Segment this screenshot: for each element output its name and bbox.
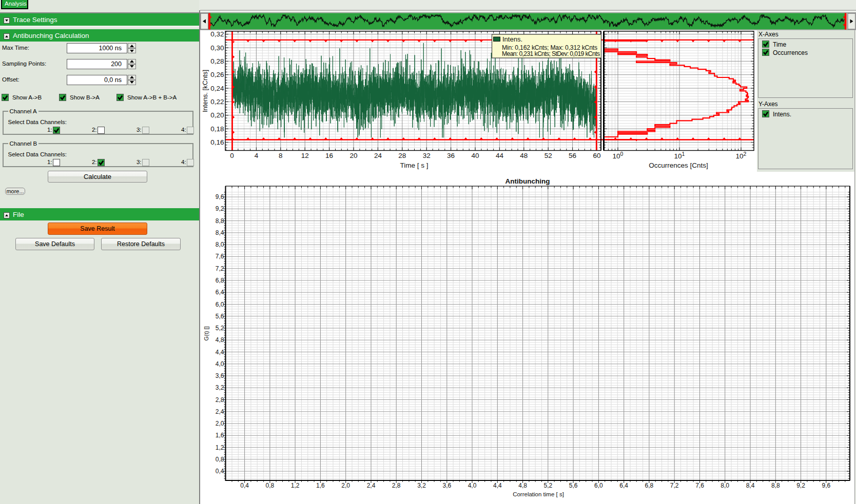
svg-text:2,4: 2,4 <box>216 408 224 415</box>
svg-text:0,26: 0,26 <box>210 71 224 78</box>
svg-text:40: 40 <box>471 151 479 159</box>
svg-text:8: 8 <box>279 151 283 159</box>
svg-text:5,2: 5,2 <box>543 481 552 489</box>
svg-text:4,8: 4,8 <box>216 336 224 344</box>
svg-text:2,0: 2,0 <box>216 420 224 427</box>
svg-text:3,6: 3,6 <box>442 481 451 489</box>
svg-text:4: 4 <box>255 151 259 159</box>
svg-text:2,4: 2,4 <box>367 481 376 489</box>
svg-text:6,8: 6,8 <box>645 481 654 489</box>
svg-text:7,6: 7,6 <box>695 481 704 489</box>
svg-text:0,22: 0,22 <box>210 97 224 105</box>
svg-text:4,8: 4,8 <box>518 481 527 489</box>
svg-text:3,2: 3,2 <box>216 384 224 391</box>
svg-text:2,8: 2,8 <box>216 396 224 403</box>
svg-text:0,16: 0,16 <box>210 138 224 146</box>
svg-text:6,8: 6,8 <box>216 276 224 284</box>
svg-text:9,6: 9,6 <box>216 193 224 200</box>
svg-text:0,24: 0,24 <box>210 84 224 92</box>
svg-text:4,0: 4,0 <box>216 360 224 367</box>
svg-text:8,8: 8,8 <box>771 481 780 489</box>
svg-text:48: 48 <box>520 151 528 159</box>
svg-text:8,0: 8,0 <box>721 481 729 489</box>
svg-text:20: 20 <box>349 151 357 159</box>
svg-text:24: 24 <box>374 151 382 159</box>
svg-text:Time [ s ]: Time [ s ] <box>400 161 428 169</box>
svg-text:Mean: 0,231 kCnts; StDev: 0,01: Mean: 0,231 kCnts; StDev: 0,019 kCnts <box>502 50 600 57</box>
svg-text:3,2: 3,2 <box>417 481 426 489</box>
svg-text:3,6: 3,6 <box>216 372 224 379</box>
svg-text:0,32: 0,32 <box>210 30 224 38</box>
svg-text:7,2: 7,2 <box>216 265 224 272</box>
svg-text:5,6: 5,6 <box>569 481 578 489</box>
svg-text:1,6: 1,6 <box>216 432 224 439</box>
svg-text:6,0: 6,0 <box>594 481 603 489</box>
svg-text:0,4: 0,4 <box>240 481 249 489</box>
svg-text:0,8: 0,8 <box>216 455 224 462</box>
svg-text:60: 60 <box>593 151 600 159</box>
svg-text:0,20: 0,20 <box>210 111 224 119</box>
svg-text:4,4: 4,4 <box>216 348 224 355</box>
svg-text:5,6: 5,6 <box>216 312 224 319</box>
svg-text:4,4: 4,4 <box>493 481 502 489</box>
svg-text:1,2: 1,2 <box>216 443 224 451</box>
svg-text:Intens.: Intens. <box>502 35 522 43</box>
svg-text:5,2: 5,2 <box>216 325 224 332</box>
svg-text:Antibunching: Antibunching <box>505 177 550 185</box>
svg-text:1,2: 1,2 <box>291 481 300 489</box>
svg-text:0,4: 0,4 <box>216 468 224 475</box>
svg-text:12: 12 <box>301 151 309 159</box>
svg-text:52: 52 <box>544 151 552 159</box>
svg-text:Correlation time [ s]: Correlation time [ s] <box>513 491 564 497</box>
svg-text:2,8: 2,8 <box>392 481 401 489</box>
svg-text:36: 36 <box>447 151 455 159</box>
svg-text:8,0: 8,0 <box>216 241 224 248</box>
svg-text:Occurrences [Cnts]: Occurrences [Cnts] <box>649 161 708 169</box>
svg-text:4,0: 4,0 <box>468 481 477 489</box>
svg-text:0: 0 <box>230 151 234 159</box>
svg-text:8,8: 8,8 <box>216 217 224 224</box>
svg-text:7,6: 7,6 <box>216 253 224 260</box>
svg-text:8,4: 8,4 <box>746 481 755 489</box>
svg-text:28: 28 <box>398 151 406 159</box>
svg-text:9,2: 9,2 <box>796 481 805 489</box>
svg-text:0,28: 0,28 <box>210 57 224 65</box>
svg-text:9,2: 9,2 <box>216 205 224 212</box>
svg-text:32: 32 <box>423 151 431 159</box>
svg-text:56: 56 <box>569 151 576 159</box>
svg-text:8,4: 8,4 <box>216 229 224 236</box>
svg-text:G(t) []: G(t) [] <box>203 326 209 340</box>
svg-text:16: 16 <box>325 151 333 159</box>
svg-text:0,8: 0,8 <box>266 481 275 489</box>
svg-text:Intens. [kCnts]: Intens. [kCnts] <box>201 69 209 112</box>
svg-text:1,6: 1,6 <box>316 481 325 489</box>
svg-text:9,6: 9,6 <box>822 481 830 489</box>
svg-text:2,0: 2,0 <box>341 481 350 489</box>
svg-text:7,2: 7,2 <box>670 481 679 489</box>
svg-text:0,18: 0,18 <box>210 125 224 132</box>
svg-text:6,4: 6,4 <box>216 289 224 296</box>
svg-text:44: 44 <box>496 151 504 159</box>
svg-text:6,0: 6,0 <box>216 300 224 308</box>
svg-text:0,30: 0,30 <box>210 44 224 51</box>
svg-text:6,4: 6,4 <box>619 481 628 489</box>
